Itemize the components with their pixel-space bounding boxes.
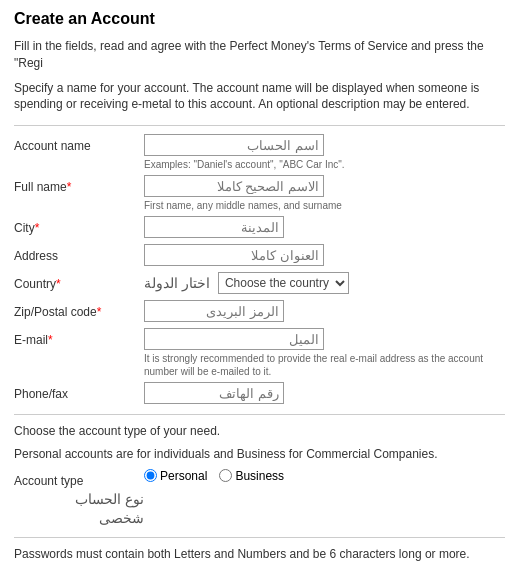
account-name-hint: Examples: "Daniel's account", "ABC Car I… bbox=[144, 158, 505, 171]
radio-business-label: Business bbox=[235, 469, 284, 483]
radio-personal[interactable]: Personal bbox=[144, 469, 207, 483]
page-title: Create an Account bbox=[14, 10, 505, 28]
required-mark: * bbox=[97, 305, 102, 319]
email-hint: It is strongly recommended to provide th… bbox=[144, 352, 505, 378]
account-type-text1: Choose the account type of your need. bbox=[14, 423, 505, 440]
radio-business-input[interactable] bbox=[219, 469, 232, 482]
zip-label: Zip/Postal code* bbox=[14, 300, 144, 321]
country-row: Country* اختار الدولة Choose the country bbox=[14, 272, 505, 296]
full-name-input[interactable] bbox=[144, 175, 324, 197]
city-label: City* bbox=[14, 216, 144, 237]
account-info-section: Account name Examples: "Daniel's account… bbox=[14, 125, 505, 406]
radio-personal-label: Personal bbox=[160, 469, 207, 483]
address-wrap bbox=[144, 244, 505, 266]
country-label: Country* bbox=[14, 272, 144, 293]
full-name-hint: First name, any middle names, and surnam… bbox=[144, 199, 505, 212]
radio-group: Personal Business bbox=[144, 469, 505, 483]
account-name-wrap: Examples: "Daniel's account", "ABC Car I… bbox=[144, 134, 505, 171]
account-type-rtl-label: نوع الحساب شخصى bbox=[14, 490, 144, 529]
desc-text: Specify a name for your account. The acc… bbox=[14, 80, 505, 114]
country-control-row: اختار الدولة Choose the country bbox=[144, 272, 505, 294]
account-type-text2: Personal accounts are for individuals an… bbox=[14, 446, 505, 463]
zip-row: Zip/Postal code* bbox=[14, 300, 505, 324]
required-mark: * bbox=[48, 333, 53, 347]
account-type-wrap: Personal Business bbox=[144, 469, 505, 483]
account-name-label: Account name bbox=[14, 134, 144, 155]
country-wrap: اختار الدولة Choose the country bbox=[144, 272, 505, 294]
email-label: E-mail* bbox=[14, 328, 144, 349]
city-row: City* bbox=[14, 216, 505, 240]
required-mark: * bbox=[56, 277, 61, 291]
divider-1 bbox=[14, 414, 505, 415]
account-type-row: Account type نوع الحساب شخصى Personal Bu… bbox=[14, 469, 505, 529]
full-name-row: Full name* First name, any middle names,… bbox=[14, 175, 505, 212]
zip-input[interactable] bbox=[144, 300, 284, 322]
account-name-row: Account name Examples: "Daniel's account… bbox=[14, 134, 505, 171]
radio-personal-input[interactable] bbox=[144, 469, 157, 482]
zip-wrap bbox=[144, 300, 505, 322]
password-hint-text: Passwords must contain both Letters and … bbox=[14, 546, 505, 563]
phone-label: Phone/fax bbox=[14, 382, 144, 403]
account-name-input[interactable] bbox=[144, 134, 324, 156]
full-name-label: Full name* bbox=[14, 175, 144, 196]
account-type-label: Account type نوع الحساب شخصى bbox=[14, 469, 144, 529]
address-input[interactable] bbox=[144, 244, 324, 266]
full-name-wrap: First name, any middle names, and surnam… bbox=[144, 175, 505, 212]
country-select[interactable]: Choose the country bbox=[218, 272, 349, 294]
phone-wrap bbox=[144, 382, 505, 404]
city-wrap bbox=[144, 216, 505, 238]
country-rtl-label: اختار الدولة bbox=[144, 275, 210, 291]
required-mark: * bbox=[35, 221, 40, 235]
address-row: Address bbox=[14, 244, 505, 268]
phone-row: Phone/fax bbox=[14, 382, 505, 406]
intro-text: Fill in the fields, read and agree with … bbox=[14, 38, 505, 72]
city-input[interactable] bbox=[144, 216, 284, 238]
address-label: Address bbox=[14, 244, 144, 265]
phone-input[interactable] bbox=[144, 382, 284, 404]
divider-2 bbox=[14, 537, 505, 538]
required-mark: * bbox=[67, 180, 72, 194]
radio-business[interactable]: Business bbox=[219, 469, 284, 483]
email-wrap: It is strongly recommended to provide th… bbox=[144, 328, 505, 378]
email-input[interactable] bbox=[144, 328, 324, 350]
email-row: E-mail* It is strongly recommended to pr… bbox=[14, 328, 505, 378]
